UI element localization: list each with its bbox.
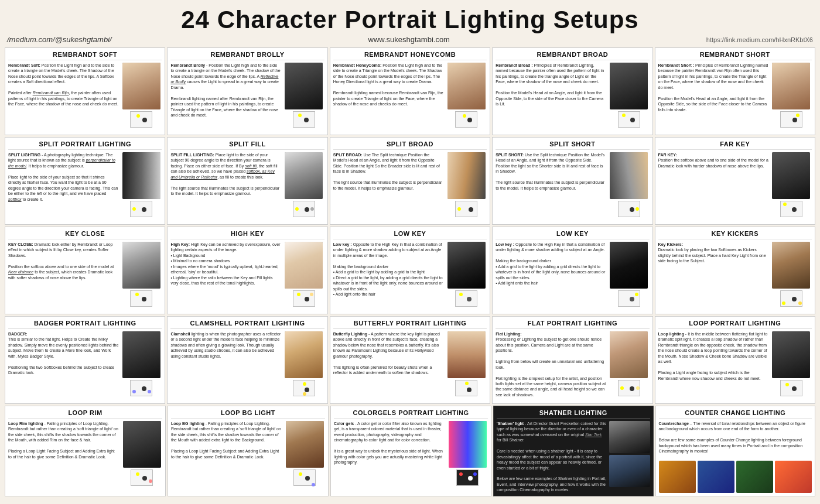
diagram-light (785, 383, 789, 386)
card-text: SPLIT SHORT: Use the Split technique Pos… (496, 152, 606, 221)
face-placeholder (123, 421, 161, 468)
card-text: SPLIT BROAD: Use The Split technique Pos… (333, 152, 443, 221)
card-split-fill: SPLIT FILL SPLIT FILL LIGHTING: Place li… (167, 137, 327, 225)
diagram-dot (630, 207, 634, 212)
diagram (130, 201, 152, 217)
card-image (284, 421, 325, 493)
card-body: Rembrandt Brolly - Position the Light hi… (170, 63, 324, 132)
card-image (121, 242, 162, 311)
diagram-light (465, 382, 469, 385)
diagram (618, 201, 640, 217)
diagram-light (620, 386, 624, 390)
card-title: FAR KEY (658, 140, 812, 150)
face-placeholder (610, 152, 648, 199)
row-1: REMBRANDT SOFT Rembrandt Soft: Position … (5, 47, 815, 135)
diagram-light (783, 203, 787, 206)
card-body: Loop lighting - It is the middle between… (658, 331, 812, 400)
face-placeholder (285, 242, 323, 289)
page-wrapper: 24 Character Portrait Lighting Setups /m… (0, 0, 820, 504)
card-rembrandt-soft: REMBRANDT SOFT Rembrandt Soft: Position … (5, 47, 165, 135)
card-title: REMBRANDT BROLLY (170, 51, 324, 60)
card-image (121, 152, 162, 221)
wide-section: Shatner Lighting 'Shatner' light - Art D… (493, 406, 815, 496)
portrait-image (610, 152, 648, 199)
card-body: 'Shatner' light - Art Director Grant Fre… (497, 421, 650, 493)
card-text: Flat Lighting: Processing of Lighting th… (496, 331, 606, 400)
diagram-dot (630, 297, 634, 301)
diagram-light (136, 114, 140, 118)
card-image (283, 242, 324, 311)
card-title: COLORGELS PORTRAIT LIGHTING (334, 409, 488, 419)
card-high-key: HIGH KEY High Key: High Key can be achie… (167, 227, 327, 314)
card-image (446, 63, 487, 132)
diagram-light-2 (473, 472, 477, 476)
row-5: LOOP RIM Loop Rim lighting - Falling pri… (5, 406, 815, 496)
card-text: Color gels - A color gel or color filter… (334, 421, 445, 493)
portrait-image (447, 63, 486, 109)
card-text: Rembrandt Broad : Principles of Rembrand… (496, 63, 606, 132)
diagram (618, 111, 640, 128)
card-body: Loop Rim lighting - Falling principles o… (8, 421, 162, 493)
diagram-light (132, 390, 136, 393)
card-body: Low key : Opposite to the High Key in th… (333, 242, 487, 311)
diagram-light (459, 472, 463, 476)
face-placeholder (447, 242, 486, 289)
diagram-dot (467, 388, 472, 392)
movie-thumb-3 (736, 461, 773, 493)
card-key-close: KEY CLOSE KEY CLOSE: Dramatic look eithe… (5, 227, 165, 314)
face-placeholder (286, 421, 324, 468)
card-loop-bg: LOOP BG LIGHT Loop BG lighting - Falling… (168, 406, 329, 496)
diagram-light (297, 293, 300, 296)
card-split-broad: SPLIT BROAD SPLIT BROAD: Use The Split t… (330, 137, 490, 225)
card-text: Clamshell lighting is when the photograp… (170, 331, 281, 400)
diagram (455, 290, 477, 307)
center-credit: www.sukeshgtambi.com (368, 35, 450, 44)
card-loop: LOOP Portrait Lighting Loop lighting - I… (655, 316, 815, 404)
portrait-image (610, 63, 648, 109)
portrait-image (772, 63, 810, 109)
card-text: Rembrandt Soft: Position the Light high … (8, 63, 118, 132)
card-text: FAR KEY: Position the softbox above and … (658, 152, 768, 221)
card-image (121, 331, 162, 400)
diagram-dot (792, 386, 797, 391)
card-body: Rembrandt Short : Principles of Rembrand… (658, 63, 812, 132)
left-credit: /medium.com/@sukeshgtambi/ (7, 35, 112, 44)
card-title: HIGH KEY (170, 230, 324, 239)
face-placeholder (447, 331, 486, 378)
diagram (780, 111, 802, 128)
card-title: CLAMSHELL Portrait Lighting (170, 320, 324, 329)
portrait-image (772, 331, 810, 378)
diagram-dot (792, 118, 797, 122)
card-text: Rembrandt HoneyComb: Position the Light … (333, 63, 443, 132)
row-2: SPLIT PORTRAIT LIGHTING SPLIT LIGHTING -… (5, 137, 815, 225)
counter-title: Counter Change Lighting (659, 409, 812, 419)
diagram-dot (304, 118, 309, 122)
diagram (455, 111, 477, 128)
card-title: LOW KEY (333, 230, 487, 239)
card-text: Low key : Opposite to the High Key in th… (333, 242, 443, 311)
card-body: Loop BG lighting - Falling principles of… (171, 421, 325, 493)
card-body: FAR KEY: Position the softbox above and … (658, 152, 812, 221)
face-placeholder (122, 152, 160, 199)
diagram-light (136, 472, 139, 476)
card-text: High Key: High Key can be achieved by ov… (170, 242, 281, 311)
card-split-short: SPLIT SHORT SPLIT SHORT: Use the Split t… (492, 137, 652, 225)
diagram (130, 290, 152, 307)
card-body: SPLIT LIGHTING - A photography lighting … (8, 152, 162, 221)
diagram-dot (142, 386, 146, 391)
shatner-text: 'Shatner' light - Art Director Grant Fre… (497, 421, 607, 493)
shatner-portrait-2 (609, 455, 650, 487)
face-placeholder (772, 242, 810, 289)
card-image (771, 331, 812, 400)
face-placeholder (610, 331, 648, 378)
diagram-light-2 (636, 386, 640, 390)
card-title: LOOP BG LIGHT (171, 409, 325, 419)
card-image (446, 152, 487, 221)
card-title: BADGER PORTRAIT LIGHTING (8, 320, 162, 329)
diagram-dot (305, 297, 309, 301)
diagram-light (782, 301, 785, 305)
diagram-light-2 (312, 483, 315, 486)
card-rembrandt-short: REMBRANDT SHORT Rembrandt Short : Princi… (655, 47, 815, 135)
card-rembrandt-brolly: REMBRANDT BROLLY Rembrandt Brolly - Posi… (167, 47, 327, 135)
diagram-dot (630, 386, 634, 391)
